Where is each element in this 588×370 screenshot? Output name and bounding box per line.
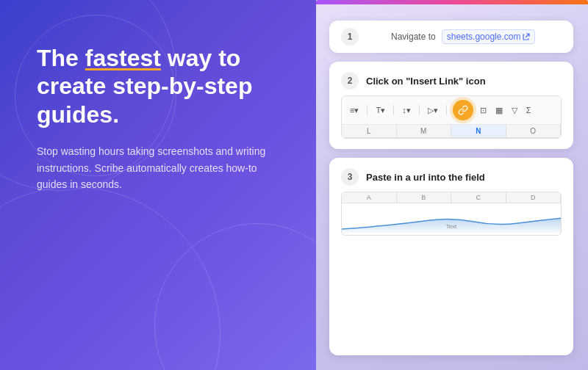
link-svg <box>458 105 468 115</box>
toolbar-img-icon: ⊡ <box>478 104 489 117</box>
step-3-header: 3 Paste in a url into the field <box>341 168 562 186</box>
step-2-header: 2 Click on "Insert Link" icon <box>341 72 562 90</box>
headline-fastest: fastest <box>85 45 161 71</box>
step-1-card: 1 Navigate to sheets.google.com <box>329 21 573 53</box>
headline-part1: The <box>37 45 85 71</box>
toolbar-div-3 <box>419 105 420 115</box>
step-3-title: Paste in a url into the field <box>366 172 485 183</box>
chart-text-label: Text <box>446 223 457 230</box>
step-2-card: 2 Click on "Insert Link" icon ≡▾ T▾ ↕▾ ▷… <box>329 62 573 149</box>
step-2-title: Click on "Insert Link" icon <box>366 76 486 87</box>
ss-preview-body: Text <box>342 203 561 233</box>
preview-col-C: C <box>451 192 506 203</box>
ss-preview-header: A B C D <box>342 192 561 203</box>
subtext: Stop wasting hours taking screenshots an… <box>37 143 272 192</box>
navigate-label: Navigate to <box>391 32 436 42</box>
toolbar-rowcol-icon: ↕▾ <box>400 104 413 117</box>
external-link-icon <box>523 33 530 40</box>
toolbar-row: ≡▾ T▾ ↕▾ ▷▾ ⊡ ▦ ▽ Σ <box>342 96 561 125</box>
step-2-number: 2 <box>341 72 359 90</box>
col-M: M <box>397 125 452 138</box>
spreadsheet-header-row: L M N O <box>342 125 561 138</box>
toolbar-div-4 <box>446 105 447 115</box>
step-1-content: Navigate to sheets.google.com <box>366 29 535 44</box>
step-3-number: 3 <box>341 168 359 186</box>
col-O: O <box>506 125 562 138</box>
spreadsheet-preview: A B C D Text <box>341 192 562 236</box>
preview-col-A: A <box>342 192 397 203</box>
left-panel: The fastest way to create step-by-step g… <box>0 0 316 370</box>
step-1-number: 1 <box>341 28 359 46</box>
insert-link-icon-highlighted[interactable] <box>453 100 473 120</box>
url-link[interactable]: sheets.google.com <box>442 29 536 44</box>
toolbar-div-2 <box>393 105 394 115</box>
toolbar-text-icon: T▾ <box>373 104 387 117</box>
url-text: sheets.google.com <box>447 32 521 42</box>
step-3-card: 3 Paste in a url into the field A B C D <box>329 158 573 355</box>
toolbar-chart-icon: ▦ <box>493 104 505 117</box>
preview-col-D: D <box>506 192 562 203</box>
preview-col-B: B <box>397 192 452 203</box>
right-panel: 1 Navigate to sheets.google.com 2 Click … <box>316 0 588 370</box>
toolbar-funnel-icon: ▽ <box>509 104 520 117</box>
step-1-header: 1 Navigate to sheets.google.com <box>341 28 562 46</box>
col-N: N <box>451 125 506 138</box>
left-content: The fastest way to create step-by-step g… <box>37 44 287 192</box>
toolbar-div-1 <box>367 105 368 115</box>
toolbar-sum-icon: Σ <box>524 104 534 116</box>
toolbar-mockup: ≡▾ T▾ ↕▾ ▷▾ ⊡ ▦ ▽ Σ <box>341 95 562 139</box>
headline: The fastest way to create step-by-step g… <box>37 44 287 128</box>
toolbar-align-icon: ≡▾ <box>348 104 361 117</box>
toolbar-filter-icon: ▷▾ <box>426 104 440 117</box>
col-L: L <box>342 125 397 138</box>
top-bar-decoration <box>316 0 588 4</box>
